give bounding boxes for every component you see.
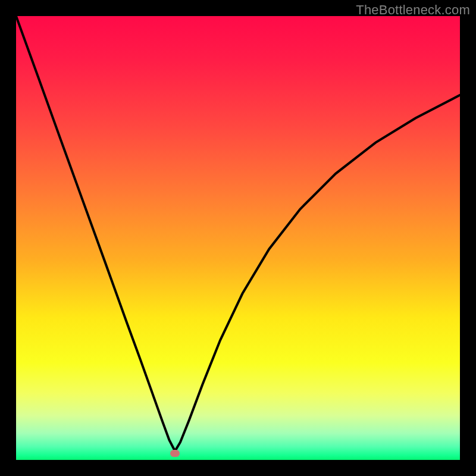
min-marker [170,450,180,457]
plot-area [16,16,460,460]
chart-frame: TheBottleneck.com [0,0,476,476]
curve-svg [16,16,460,460]
watermark-text: TheBottleneck.com [356,2,470,18]
bottleneck-curve-path [16,16,460,451]
